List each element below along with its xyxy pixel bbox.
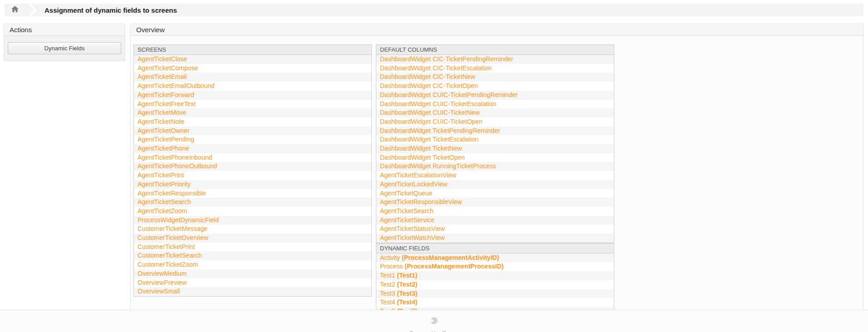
dynamic-field-link[interactable]: Test3(Test3) — [376, 289, 614, 298]
dynamic-field-link[interactable]: Test1(Test1) — [376, 271, 614, 280]
chevron-right-icon — [29, 4, 39, 16]
dynamic-field-label: Test3 — [380, 290, 395, 297]
screen-link[interactable]: AgentTicketPhone — [134, 144, 371, 153]
dynamic-field-name: (Test4) — [397, 298, 417, 306]
screen-link[interactable]: OverviewPreview — [134, 278, 371, 288]
screen-link[interactable]: CustomerTicketPrint — [134, 243, 371, 252]
dynamic-field-label: Test2 — [380, 281, 395, 288]
default-column-link[interactable]: DashboardWidget CUIC-TicketEscalation — [376, 100, 614, 109]
default-column-link[interactable]: AgentTicketWatchView — [376, 234, 614, 243]
dynamic-field-link[interactable]: Test2(Test2) — [376, 280, 614, 289]
dynamic-field-label: Test4 — [380, 298, 395, 306]
overview-widget-header: Overview — [131, 24, 863, 36]
dynamic-field-name: (ProcessManagementActivityID) — [402, 254, 499, 261]
default-column-link[interactable]: DashboardWidget TicketEscalation — [376, 135, 614, 144]
default-column-link[interactable]: AgentTicketLockedView — [376, 180, 614, 189]
dynamic-field-name: (ProcessManagementProcessID) — [405, 263, 504, 270]
actions-widget-content: Dynamic Fields — [4, 36, 125, 61]
screens-table: SCREENS AgentTicketClose AgentTicketComp… — [133, 44, 372, 297]
screen-link[interactable]: OverviewMedium — [134, 269, 371, 278]
screen-link[interactable]: CustomerTicketMessage — [134, 225, 371, 234]
screen-link[interactable]: AgentTicketNote — [134, 117, 371, 127]
actions-widget: Actions Dynamic Fields — [4, 24, 125, 61]
default-column-link[interactable]: AgentTicketEscalationView — [376, 171, 614, 180]
default-column-link[interactable]: AgentTicketService — [376, 216, 614, 225]
overview-title: Overview — [136, 26, 165, 34]
default-columns-list: DashboardWidget CIC-TicketPendingReminde… — [376, 55, 614, 243]
dynamic-field-link[interactable]: Process(ProcessManagementProcessID) — [376, 262, 614, 271]
screen-link[interactable]: AgentTicketEmail — [134, 73, 371, 82]
screen-link[interactable]: AgentTicketClose — [134, 55, 371, 64]
dynamic-field-name: (Test2) — [397, 281, 417, 288]
actions-widget-header: Actions — [4, 24, 125, 36]
default-column-link[interactable]: DashboardWidget CIC-TicketNew — [376, 73, 614, 82]
default-column-link[interactable]: AgentTicketResponsibleView — [376, 198, 614, 207]
default-column-link[interactable]: DashboardWidget RunningTicketProcess — [376, 162, 614, 171]
screen-link[interactable]: AgentTicketPrint — [134, 171, 371, 180]
screen-link[interactable]: AgentTicketOwner — [134, 127, 371, 136]
default-columns-table-header: DEFAULT COLUMNS — [376, 45, 614, 55]
default-column-link[interactable]: DashboardWidget TicketNew — [376, 144, 614, 153]
screen-link[interactable]: AgentTicketSearch — [134, 198, 371, 207]
footer: Powered by Znuny — [0, 310, 868, 332]
screen-link[interactable]: AgentTicketEmailOutbound — [134, 82, 371, 91]
dynamic-field-label: Activity — [380, 254, 400, 261]
dynamic-field-label: Test1 — [380, 272, 395, 279]
screen-link[interactable]: AgentTicketPending — [134, 135, 371, 144]
actions-title: Actions — [10, 26, 32, 34]
powered-by-text: Powered by Znuny — [0, 330, 868, 332]
default-column-link[interactable]: DashboardWidget TicketOpen — [376, 153, 614, 162]
dynamic-field-name: (Test1) — [397, 272, 417, 279]
dynamic-field-link[interactable]: Activity(ProcessManagementActivityID) — [376, 254, 614, 263]
screen-link[interactable]: AgentTicketPhoneInbound — [134, 153, 371, 162]
page-title: Assignment of dynamic fields to screens — [44, 6, 177, 14]
actions-sidebar: Actions Dynamic Fields — [4, 24, 125, 61]
dynamic-field-link[interactable]: Test4(Test4) — [376, 298, 614, 307]
default-column-link[interactable]: AgentTicketStatusView — [376, 225, 614, 234]
default-column-link[interactable]: DashboardWidget CUIC-TicketPendingRemind… — [376, 91, 614, 100]
screen-link[interactable]: AgentTicketZoom — [134, 207, 371, 216]
default-column-link[interactable]: DashboardWidget CIC-TicketOpen — [376, 82, 614, 91]
dynamic-fields-table-header: DYNAMIC FIELDS — [376, 244, 614, 254]
default-column-link[interactable]: DashboardWidget TicketPendingReminder — [376, 127, 614, 136]
screen-link[interactable]: OverviewSmall — [134, 287, 371, 296]
screen-link[interactable]: AgentTicketResponsible — [134, 189, 371, 198]
screen-link[interactable]: AgentTicketMove — [134, 108, 371, 117]
default-column-link[interactable]: AgentTicketQueue — [376, 189, 614, 198]
dynamic-fields-button[interactable]: Dynamic Fields — [8, 42, 121, 54]
screens-list: AgentTicketClose AgentTicketCompose Agen… — [134, 55, 371, 296]
overview-widget: Overview SCREENS AgentTicketClose AgentT… — [130, 24, 863, 332]
screen-link[interactable]: CustomerTicketZoom — [134, 260, 371, 269]
screen-link[interactable]: CustomerTicketSearch — [134, 251, 371, 260]
overview-widget-content: SCREENS AgentTicketClose AgentTicketComp… — [131, 36, 863, 332]
default-column-link[interactable]: DashboardWidget CUIC-TicketNew — [376, 108, 614, 117]
default-column-link[interactable]: AgentTicketSearch — [376, 207, 614, 216]
default-column-link[interactable]: DashboardWidget CUIC-TicketOpen — [376, 117, 614, 127]
screen-link[interactable]: CustomerTicketOverview — [134, 234, 371, 243]
screen-link[interactable]: AgentTicketPriority — [134, 180, 371, 189]
breadcrumb: Assignment of dynamic fields to screens — [5, 4, 863, 16]
home-icon — [11, 6, 19, 15]
dynamic-field-name: (Test3) — [397, 290, 417, 297]
default-column-link[interactable]: DashboardWidget CIC-TicketPendingReminde… — [376, 55, 614, 64]
screens-table-header: SCREENS — [134, 45, 371, 55]
dynamic-field-label: Process — [380, 263, 403, 270]
screen-link[interactable]: AgentTicketCompose — [134, 64, 371, 73]
znuny-logo-icon — [430, 317, 438, 327]
screen-link[interactable]: AgentTicketFreeText — [134, 100, 371, 109]
screen-link[interactable]: AgentTicketForward — [134, 91, 371, 100]
home-button[interactable] — [5, 4, 25, 16]
screen-link[interactable]: AgentTicketPhoneOutbound — [134, 162, 371, 171]
default-columns-table: DEFAULT COLUMNS DashboardWidget CIC-Tick… — [376, 44, 614, 243]
content-column: Overview SCREENS AgentTicketClose AgentT… — [130, 24, 863, 332]
screen-link[interactable]: ProcessWidgetDynamicField — [134, 216, 371, 225]
default-column-link[interactable]: DashboardWidget CIC-TicketEscalation — [376, 64, 614, 73]
